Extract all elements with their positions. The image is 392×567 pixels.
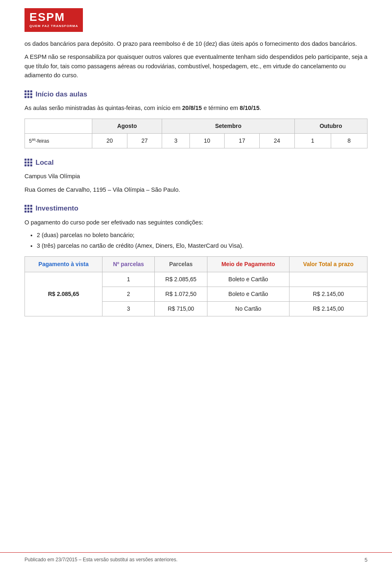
schedule-set-4: 24 [259,133,294,148]
payment-row-0: R$ 2.085,65 1 R$ 2.085,65 Boleto e Cartã… [25,272,368,287]
payment-row2-num: 3 [102,301,155,316]
schedule-ago-2: 27 [127,133,162,148]
payment-row1-num: 2 [102,287,155,301]
footer: Publicado em 23/7/2015 – Esta versão sub… [0,552,392,567]
campus-name: Campus Vila Olímpia [24,172,368,181]
section-inicio-heading: Início das aulas [24,89,368,100]
payment-row0-parcela: R$ 2.085,65 [155,272,207,287]
payment-row1-total: R$ 2.145,00 [290,287,368,301]
schedule-out-2: 8 [331,133,367,148]
page-number: 5 [365,556,368,564]
section-local-title: Local [36,157,53,168]
intro-para1: os dados bancários para depósito. O praz… [24,39,368,48]
logo-sub: QUEM FAZ TRANSFORMA [29,24,78,29]
payment-col3-header: Parcelas [155,256,207,272]
intro-para2: A ESPM não se responsabiliza por quaisqu… [24,52,368,80]
section-inicio-title: Início das aulas [36,89,87,100]
invest-bullets: 2 (duas) parcelas no boleto bancário; 3 … [37,231,368,251]
schedule-out-1: 1 [294,133,331,148]
footer-text: Publicado em 23/7/2015 – Esta versão sub… [24,556,178,563]
schedule-header-agosto: Agosto [92,119,162,133]
payment-row0-total [290,272,368,287]
payment-row1-parcela: R$ 1.072,50 [155,287,207,301]
schedule-ago-1: 20 [92,133,127,148]
payment-row0-meio: Boleto e Cartão [207,272,289,287]
schedule-set-3: 17 [225,133,260,148]
payment-col2-header: Nº parcelas [102,256,155,272]
logo-text: ESPM [29,11,78,23]
bullet-1: 2 (duas) parcelas no boleto bancário; [37,231,368,240]
section-inicio-body: As aulas serão ministradas às quintas-fe… [24,103,368,112]
section-inicio-icon [24,90,32,98]
section-local-heading: Local [24,157,368,168]
schedule-table: Agosto Setembro Outubro 5as-feiras 20 27… [24,119,368,148]
campus-address: Rua Gomes de Carvalho, 1195 – Vila Olímp… [24,185,368,194]
invest-intro: O pagamento do curso pode ser efetivado … [24,218,368,227]
schedule-row-label: 5as-feiras [25,133,92,148]
bullet-2: 3 (três) parcelas no cartão de crédito (… [37,242,368,251]
payment-col1-header: Pagamento à vista [25,256,102,272]
payment-col4-header: Meio de Pagamento [207,256,289,272]
schedule-header-outubro: Outubro [294,119,367,133]
schedule-empty-header [25,119,92,133]
section-invest-heading: Investimento [24,203,368,214]
schedule-set-2: 10 [189,133,225,148]
logo-box: ESPM QUEM FAZ TRANSFORMA [24,8,83,32]
payment-row0-num: 1 [102,272,155,287]
schedule-header-setembro: Setembro [162,119,294,133]
section-invest-icon [24,205,32,213]
payment-row2-meio: No Cartão [207,301,289,316]
payment-row2-total: R$ 2.145,00 [290,301,368,316]
payment-col5-header: Valor Total a prazo [290,256,368,272]
section-local-icon [24,159,32,166]
payment-vista-value: R$ 2.085,65 [25,272,102,316]
header: ESPM QUEM FAZ TRANSFORMA [24,8,368,32]
payment-row1-meio: Boleto e Cartão [207,287,289,301]
payment-table: Pagamento à vista Nº parcelas Parcelas M… [24,256,368,316]
payment-row2-parcela: R$ 715,00 [155,301,207,316]
section-invest-title: Investimento [36,203,78,214]
schedule-set-1: 3 [162,133,189,148]
